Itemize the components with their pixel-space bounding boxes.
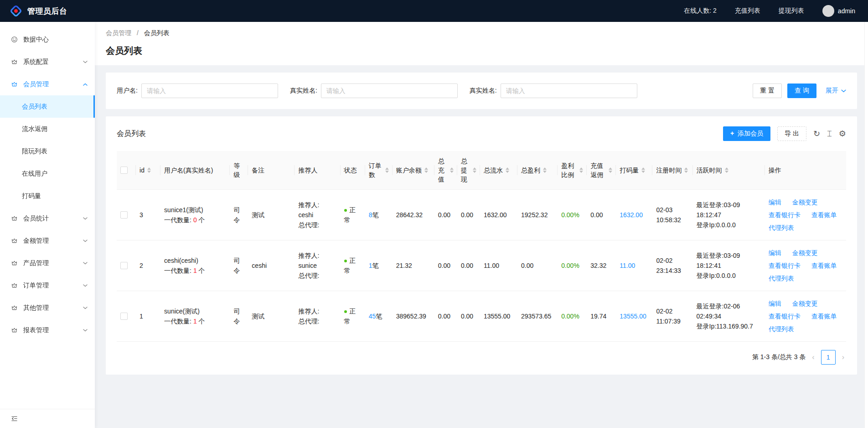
export-button[interactable]: 导 出 xyxy=(777,126,806,141)
reset-button[interactable]: 重 置 xyxy=(753,84,782,98)
sort-icon[interactable] xyxy=(725,167,728,173)
withdraw-list-link[interactable]: 提现列表 xyxy=(779,7,804,15)
col-header-recharge_rebate[interactable]: 充值返佣 xyxy=(587,151,616,190)
action-link[interactable]: 代理列表 xyxy=(769,223,794,233)
action-link[interactable]: 编辑 xyxy=(769,298,781,308)
orders-count-link[interactable]: 45 xyxy=(369,313,376,320)
sort-icon[interactable] xyxy=(506,167,509,173)
page-1-button[interactable]: 1 xyxy=(821,350,836,365)
realname-input[interactable] xyxy=(321,84,458,98)
cell-reg_time: 02-0310:58:32 xyxy=(652,190,692,240)
username-input[interactable] xyxy=(141,84,278,98)
col-header-total_withdraw[interactable]: 总提现 xyxy=(457,151,480,190)
sidebar-item-product-manage[interactable]: 产品管理 xyxy=(0,252,95,274)
menu-fold-icon[interactable] xyxy=(11,415,18,422)
action-link[interactable]: 代理列表 xyxy=(769,273,794,283)
sidebar-item-amount-manage[interactable]: 金额管理 xyxy=(0,230,95,252)
cell-dama: 11.00 xyxy=(616,240,652,291)
next-page-button[interactable]: › xyxy=(840,353,846,361)
sidebar-subitem-member-list[interactable]: 会员列表 xyxy=(0,95,95,118)
search-button[interactable]: 查 询 xyxy=(787,84,816,98)
sidebar-subitem-online-users[interactable]: 在线用户 xyxy=(0,162,95,185)
column-height-icon[interactable]: ⌶ xyxy=(827,130,832,138)
sort-icon[interactable] xyxy=(147,167,151,173)
sort-icon[interactable] xyxy=(579,167,583,173)
sort-icon[interactable] xyxy=(473,167,476,173)
member-table-card: 会员列表 +添加会员 导 出 ↻ ⌶ ⚙ id用户名(真实姓名)等级备注推荐人状… xyxy=(106,116,857,375)
realname-input-2[interactable] xyxy=(501,84,637,98)
sidebar-item-report-manage[interactable]: 报表管理 xyxy=(0,319,95,341)
sort-icon[interactable] xyxy=(385,167,389,173)
sort-icon[interactable] xyxy=(450,167,454,173)
action-link[interactable]: 金额变更 xyxy=(792,197,818,207)
breadcrumb-parent[interactable]: 会员管理 xyxy=(106,29,131,37)
action-link[interactable]: 代理列表 xyxy=(769,324,794,334)
sidebar-item-member-manage[interactable]: 会员管理 xyxy=(0,73,95,95)
row-checkbox[interactable] xyxy=(120,262,128,269)
action-link[interactable]: 金额变更 xyxy=(792,298,818,308)
action-link[interactable]: 查看账单 xyxy=(811,210,837,220)
settings-icon[interactable]: ⚙ xyxy=(839,130,846,138)
crown-icon xyxy=(11,81,18,88)
user-menu[interactable]: admin xyxy=(822,5,855,17)
sort-icon[interactable] xyxy=(543,167,547,173)
sidebar-subitem-companion-list[interactable]: 陪玩列表 xyxy=(0,140,95,162)
cell-profit_ratio: 0.00% xyxy=(558,190,587,240)
sort-icon[interactable] xyxy=(424,167,428,173)
col-header-referrer: 推荐人 xyxy=(294,151,340,190)
status-dot xyxy=(344,260,347,262)
cell-total_recharge: 0.00 xyxy=(434,291,457,342)
col-header-profit_ratio[interactable]: 盈利比例 xyxy=(558,151,587,190)
action-link[interactable]: 查看银行卡 xyxy=(769,261,801,271)
select-all-checkbox[interactable] xyxy=(120,167,128,174)
cell-orders: 45笔 xyxy=(365,291,393,342)
sidebar-item-data-center[interactable]: 数据中心 xyxy=(0,28,95,51)
row-checkbox[interactable] xyxy=(120,211,128,219)
row-checkbox[interactable] xyxy=(120,313,128,320)
orders-count-link[interactable]: 1 xyxy=(369,262,372,269)
dama-link[interactable]: 11.00 xyxy=(620,262,635,269)
cell-reg_time: 02-0223:14:33 xyxy=(652,240,692,291)
col-header-reg_time[interactable]: 注册时间 xyxy=(652,151,692,190)
col-header-dama[interactable]: 打码量 xyxy=(616,151,652,190)
sort-icon[interactable] xyxy=(641,167,645,173)
sidebar-item-order-manage[interactable]: 订单管理 xyxy=(0,274,95,297)
sidebar-subitem-dama-volume[interactable]: 打码量 xyxy=(0,185,95,207)
refresh-icon[interactable]: ↻ xyxy=(813,130,820,138)
action-link[interactable]: 编辑 xyxy=(769,197,781,207)
col-header-id[interactable]: id xyxy=(136,151,160,190)
col-header-active_time[interactable]: 活跃时间 xyxy=(693,151,765,190)
action-link[interactable]: 金额变更 xyxy=(792,248,818,258)
filter-actions: 重 置 查 询 展开 xyxy=(753,84,846,98)
sidebar-item-member-stats[interactable]: 会员统计 xyxy=(0,207,95,230)
generation-count: 一代数量: 1 个 xyxy=(164,316,226,326)
orders-count-link[interactable]: 8 xyxy=(369,211,372,219)
table-card-header: 会员列表 +添加会员 导 出 ↻ ⌶ ⚙ xyxy=(117,124,846,151)
dama-link[interactable]: 13555.00 xyxy=(620,313,646,320)
col-header-total_flow[interactable]: 总流水 xyxy=(480,151,517,190)
action-link[interactable]: 查看银行卡 xyxy=(769,210,801,220)
col-header-orders[interactable]: 订单数 xyxy=(365,151,393,190)
add-member-button[interactable]: +添加会员 xyxy=(723,126,770,141)
sort-icon[interactable] xyxy=(609,167,612,173)
sidebar-subitem-flow-rebate[interactable]: 流水返佣 xyxy=(0,118,95,140)
dama-link[interactable]: 1632.00 xyxy=(620,211,643,219)
expand-link[interactable]: 展开 xyxy=(826,87,846,95)
cell-profit_ratio: 0.00% xyxy=(558,240,587,291)
action-link[interactable]: 查看银行卡 xyxy=(769,311,801,321)
action-link[interactable]: 查看账单 xyxy=(811,261,837,271)
col-header-total_recharge[interactable]: 总充值 xyxy=(434,151,457,190)
scrollbar[interactable] xyxy=(864,22,868,428)
col-header-balance[interactable]: 账户余额 xyxy=(393,151,434,190)
recharge-list-link[interactable]: 充值列表 xyxy=(735,7,760,15)
sidebar-item-system-config[interactable]: 系统配置 xyxy=(0,51,95,73)
cell-actions: 编辑金额变更查看银行卡查看账单代理列表 xyxy=(765,291,846,342)
cell-orders: 1笔 xyxy=(365,240,393,291)
col-header-total_profit[interactable]: 总盈利 xyxy=(517,151,558,190)
cell-note: ceshi xyxy=(248,240,294,291)
action-link[interactable]: 查看账单 xyxy=(811,311,837,321)
prev-page-button[interactable]: ‹ xyxy=(810,353,816,361)
action-link[interactable]: 编辑 xyxy=(769,248,781,258)
sort-icon[interactable] xyxy=(684,167,688,173)
sidebar-item-other-manage[interactable]: 其他管理 xyxy=(0,297,95,319)
